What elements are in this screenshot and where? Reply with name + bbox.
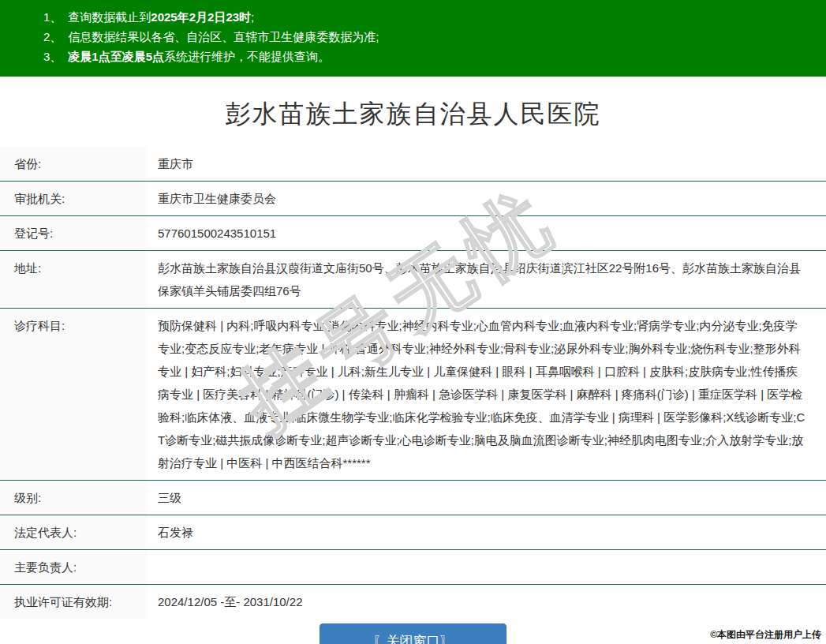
row-label: 级别: bbox=[0, 481, 146, 515]
row-label: 法定代表人: bbox=[0, 515, 146, 549]
close-window-button[interactable]: 〖关闭窗口〗 bbox=[320, 623, 506, 644]
notice-line-3: 3、凌晨1点至凌晨5点系统进行维护，不能提供查询。 bbox=[0, 47, 826, 66]
row-value: 重庆市 bbox=[146, 147, 826, 181]
notice-number: 3、 bbox=[43, 50, 62, 63]
footer-upload-note: ©本图由平台注册用户上传 bbox=[710, 628, 821, 642]
table-row-registration-number: 登记号: 577601500243510151 bbox=[0, 216, 826, 251]
notice-number: 1、 bbox=[43, 10, 62, 24]
table-row-level: 级别: 三级 bbox=[0, 481, 826, 515]
notice-text: ; bbox=[251, 10, 254, 24]
row-label: 地址: bbox=[0, 251, 146, 308]
row-label: 执业许可证有效期: bbox=[0, 585, 146, 619]
notice-text: 查询数据截止到 bbox=[68, 10, 151, 24]
row-label: 主要负责人: bbox=[0, 550, 146, 584]
table-row-main-person-in-charge: 主要负责人: bbox=[0, 550, 826, 585]
row-value: 重庆市卫生健康委员会 bbox=[146, 182, 826, 215]
row-label: 省份: bbox=[0, 147, 146, 181]
table-row-medical-subjects: 诊疗科目: 预防保健科 | 内科;呼吸内科专业;消化内科专业;神经内科专业;心血… bbox=[0, 309, 826, 481]
row-value bbox=[146, 550, 826, 584]
row-value: 2024/12/05 -至- 2031/10/22 bbox=[146, 585, 826, 619]
table-row-address: 地址: 彭水苗族土家族自治县汉葭街道文庙街50号、彭水苗族土家族自治县绍庆街道滨… bbox=[0, 251, 826, 309]
notice-number: 2、 bbox=[43, 30, 62, 43]
row-value: 彭水苗族土家族自治县汉葭街道文庙街50号、彭水苗族土家族自治县绍庆街道滨江社区2… bbox=[146, 251, 826, 308]
row-value: 预防保健科 | 内科;呼吸内科专业;消化内科专业;神经内科专业;心血管内科专业;… bbox=[146, 309, 826, 480]
row-label: 诊疗科目: bbox=[0, 309, 146, 480]
row-value: 石发禄 bbox=[146, 515, 826, 549]
row-value: 三级 bbox=[146, 481, 826, 515]
page-title: 彭水苗族土家族自治县人民医院 bbox=[0, 97, 826, 132]
notice-text-bold: 凌晨1点至凌晨5点 bbox=[68, 50, 164, 63]
hospital-info-table: 省份: 重庆市 审批机关: 重庆市卫生健康委员会 登记号: 5776015002… bbox=[0, 147, 826, 619]
button-bar: 〖关闭窗口〗 bbox=[0, 623, 826, 644]
notice-line-2: 2、信息数据结果以各省、自治区、直辖市卫生健康委数据为准; bbox=[0, 27, 826, 47]
notice-text-bold: 2025年2月2日23时 bbox=[151, 10, 251, 24]
row-value: 577601500243510151 bbox=[146, 216, 826, 250]
notice-text: 系统进行维护，不能提供查询。 bbox=[164, 50, 330, 63]
table-row-legal-representative: 法定代表人: 石发禄 bbox=[0, 515, 826, 550]
table-row-approval-authority: 审批机关: 重庆市卫生健康委员会 bbox=[0, 182, 826, 216]
row-label: 审批机关: bbox=[0, 182, 146, 215]
table-row-province: 省份: 重庆市 bbox=[0, 147, 826, 182]
row-label: 登记号: bbox=[0, 216, 146, 250]
notice-text: 信息数据结果以各省、自治区、直辖市卫生健康委数据为准; bbox=[68, 30, 379, 43]
notice-banner: 1、查询数据截止到2025年2月2日23时; 2、信息数据结果以各省、自治区、直… bbox=[0, 0, 826, 77]
notice-line-1: 1、查询数据截止到2025年2月2日23时; bbox=[0, 7, 826, 27]
table-row-license-validity: 执业许可证有效期: 2024/12/05 -至- 2031/10/22 bbox=[0, 585, 826, 619]
